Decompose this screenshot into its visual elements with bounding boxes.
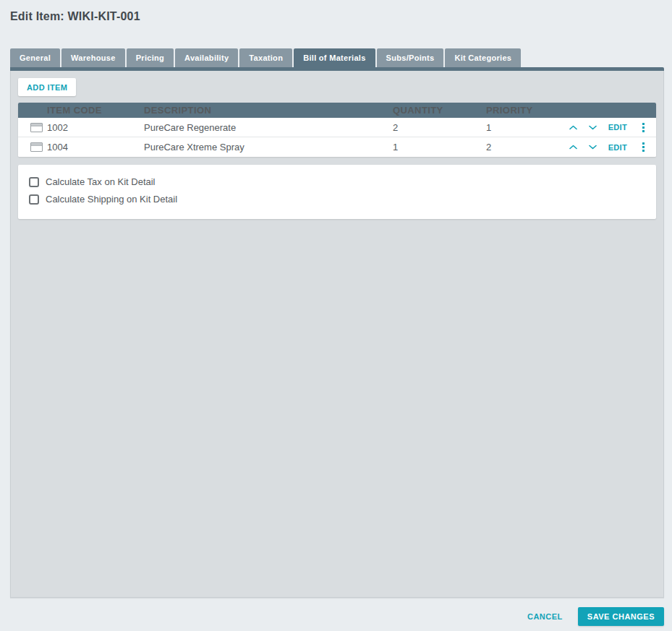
item-code-cell: 1004 (47, 142, 144, 153)
tab-warehouse[interactable]: Warehouse (61, 48, 125, 67)
chevron-up-icon (569, 145, 577, 150)
quantity-cell: 1 (393, 142, 486, 153)
column-header-priority: PRIORITY (486, 105, 548, 116)
bom-table: ITEM CODE DESCRIPTION QUANTITY PRIORITY … (18, 103, 656, 157)
table-row: 1004 PureCare Xtreme Spray 1 2 EDIT (18, 137, 656, 157)
page-title: Edit Item: WIKI-KIT-001 (10, 10, 664, 23)
chevron-down-icon (589, 145, 597, 150)
calculate-shipping-checkbox[interactable] (29, 194, 39, 205)
kit-options-card: Calculate Tax on Kit Detail Calculate Sh… (18, 165, 656, 219)
column-header-quantity: QUANTITY (393, 105, 486, 116)
tab-bill-of-materials[interactable]: Bill of Materials (294, 48, 375, 67)
tab-general[interactable]: General (10, 48, 60, 67)
tab-bar: General Warehouse Pricing Availability T… (10, 48, 664, 67)
row-icon-cell (18, 123, 47, 132)
row-icon-cell (18, 142, 47, 152)
chevron-up-icon (569, 125, 577, 130)
description-cell: PureCare Xtreme Spray (144, 142, 393, 153)
calculate-shipping-label: Calculate Shipping on Kit Detail (46, 194, 177, 205)
item-form-icon (30, 123, 43, 132)
quantity-cell: 2 (393, 122, 486, 133)
add-item-button[interactable]: ADD ITEM (18, 78, 76, 96)
bill-of-materials-panel: ADD ITEM ITEM CODE DESCRIPTION QUANTITY … (10, 71, 664, 598)
item-form-icon (30, 142, 43, 152)
row-actions: EDIT (548, 120, 656, 134)
priority-cell: 1 (486, 122, 548, 133)
tab-subs-points[interactable]: Subs/Points (377, 48, 444, 67)
move-up-button[interactable] (563, 140, 583, 155)
calculate-tax-checkbox[interactable] (29, 177, 39, 187)
row-actions: EDIT (548, 140, 656, 155)
calculate-shipping-option[interactable]: Calculate Shipping on Kit Detail (29, 194, 645, 205)
row-menu-button[interactable] (641, 121, 646, 134)
footer-actions: CANCEL SAVE CHANGES (10, 607, 664, 626)
calculate-tax-option[interactable]: Calculate Tax on Kit Detail (29, 176, 645, 187)
kebab-icon (642, 142, 645, 145)
item-code-cell: 1002 (47, 122, 144, 133)
cancel-button[interactable]: CANCEL (527, 612, 563, 621)
calculate-tax-label: Calculate Tax on Kit Detail (46, 176, 156, 187)
save-changes-button[interactable]: SAVE CHANGES (578, 607, 664, 626)
tab-kit-categories[interactable]: Kit Categories (445, 48, 521, 67)
move-up-button[interactable] (563, 120, 583, 134)
edit-button[interactable]: EDIT (608, 123, 627, 132)
tab-availability[interactable]: Availability (175, 48, 238, 67)
edit-item-page: Edit Item: WIKI-KIT-001 General Warehous… (0, 0, 672, 626)
column-header-description: DESCRIPTION (144, 105, 393, 116)
column-header-item-code: ITEM CODE (47, 105, 144, 116)
chevron-down-icon (589, 125, 597, 130)
description-cell: PureCare Regenerate (144, 122, 393, 133)
move-down-button[interactable] (583, 140, 603, 155)
priority-cell: 2 (486, 142, 548, 153)
table-header-row: ITEM CODE DESCRIPTION QUANTITY PRIORITY (18, 103, 656, 118)
tab-taxation[interactable]: Taxation (239, 48, 292, 67)
edit-button[interactable]: EDIT (608, 143, 627, 152)
move-down-button[interactable] (583, 120, 603, 134)
tab-pricing[interactable]: Pricing (127, 48, 174, 67)
row-menu-button[interactable] (641, 141, 646, 153)
kebab-icon (642, 123, 645, 125)
table-row: 1002 PureCare Regenerate 2 1 EDIT (18, 118, 656, 137)
